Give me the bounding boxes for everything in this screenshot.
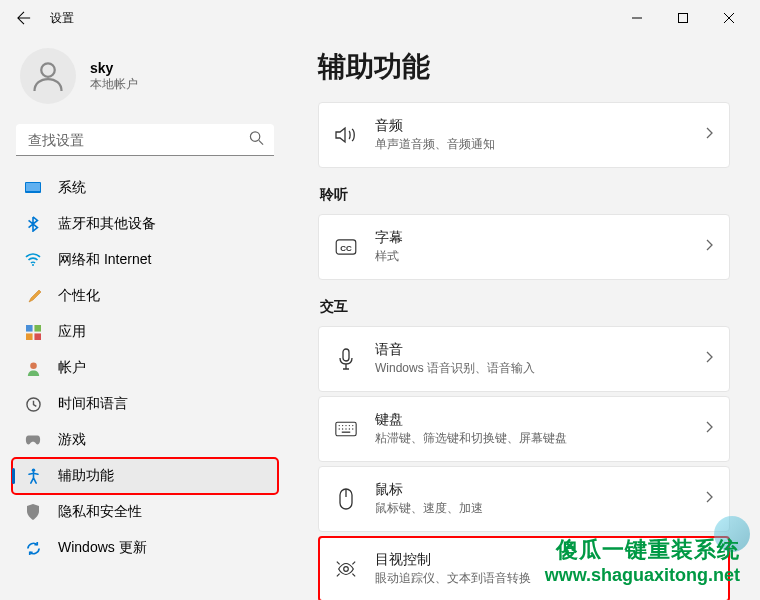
speaker-icon [335, 126, 357, 144]
apps-icon [24, 323, 42, 341]
search-icon [249, 131, 264, 150]
card-title: 目视控制 [375, 551, 713, 569]
card-sub: 鼠标键、速度、加速 [375, 500, 687, 517]
sidebar-item-personalization[interactable]: 个性化 [12, 278, 278, 314]
svg-point-21 [345, 425, 346, 426]
maximize-button[interactable] [660, 2, 706, 34]
svg-rect-8 [26, 325, 33, 332]
svg-point-27 [349, 428, 350, 429]
close-button[interactable] [706, 2, 752, 34]
svg-rect-10 [26, 333, 33, 340]
search-input[interactable] [16, 124, 274, 156]
svg-rect-1 [679, 14, 688, 23]
arrow-left-icon [17, 11, 31, 25]
svg-point-19 [339, 425, 340, 426]
mouse-icon [335, 488, 357, 510]
svg-point-23 [352, 425, 353, 426]
avatar [20, 48, 76, 104]
card-title: 语音 [375, 341, 687, 359]
microphone-icon [335, 348, 357, 370]
page-title: 辅助功能 [318, 48, 730, 86]
nav-label: 个性化 [58, 287, 100, 305]
wifi-icon [24, 251, 42, 269]
nav-label: 隐私和安全性 [58, 503, 142, 521]
card-eye-control[interactable]: 目视控制 眼动追踪仪、文本到语音转换 [318, 536, 730, 600]
card-captions[interactable]: CC 字幕 样式 [318, 214, 730, 280]
sidebar-item-privacy[interactable]: 隐私和安全性 [12, 494, 278, 530]
minimize-button[interactable] [614, 2, 660, 34]
accessibility-icon [24, 467, 42, 485]
card-sub: 粘滞键、筛选键和切换键、屏幕键盘 [375, 430, 687, 447]
update-icon [24, 539, 42, 557]
clock-icon [24, 395, 42, 413]
svg-point-3 [250, 132, 259, 141]
sidebar-item-gaming[interactable]: 游戏 [12, 422, 278, 458]
user-section[interactable]: sky 本地帐户 [12, 36, 278, 124]
svg-point-2 [41, 63, 55, 77]
card-title: 字幕 [375, 229, 687, 247]
card-sub: 眼动追踪仪、文本到语音转换 [375, 570, 713, 587]
back-button[interactable] [8, 2, 40, 34]
svg-text:CC: CC [340, 244, 352, 253]
svg-point-20 [342, 425, 343, 426]
svg-rect-17 [343, 349, 349, 361]
account-icon [24, 359, 42, 377]
gamepad-icon [24, 431, 42, 449]
chevron-right-icon [705, 420, 713, 438]
close-icon [724, 13, 734, 23]
card-title: 音频 [375, 117, 687, 135]
nav-label: 游戏 [58, 431, 86, 449]
nav-label: 帐户 [58, 359, 86, 377]
card-audio[interactable]: 音频 单声道音频、音频通知 [318, 102, 730, 168]
card-title: 键盘 [375, 411, 687, 429]
brush-icon [24, 287, 42, 305]
svg-point-26 [345, 428, 346, 429]
nav-label: 蓝牙和其他设备 [58, 215, 156, 233]
svg-rect-6 [26, 183, 40, 191]
chevron-right-icon [705, 350, 713, 368]
nav-label: Windows 更新 [58, 539, 147, 557]
section-interaction: 交互 [320, 298, 730, 316]
sidebar-item-windows-update[interactable]: Windows 更新 [12, 530, 278, 566]
sidebar-item-bluetooth[interactable]: 蓝牙和其他设备 [12, 206, 278, 242]
eye-icon [335, 558, 357, 580]
user-name: sky [90, 60, 138, 76]
svg-rect-29 [342, 432, 350, 433]
card-mouse[interactable]: 鼠标 鼠标键、速度、加速 [318, 466, 730, 532]
sidebar-item-apps[interactable]: 应用 [12, 314, 278, 350]
svg-line-4 [259, 140, 263, 144]
card-speech[interactable]: 语音 Windows 语音识别、语音输入 [318, 326, 730, 392]
maximize-icon [678, 13, 688, 23]
chevron-right-icon [705, 490, 713, 508]
nav-label: 网络和 Internet [58, 251, 151, 269]
svg-point-7 [32, 264, 34, 266]
display-icon [24, 179, 42, 197]
bluetooth-icon [24, 215, 42, 233]
sidebar-item-accessibility[interactable]: 辅助功能 [12, 458, 278, 494]
svg-point-24 [339, 428, 340, 429]
person-icon [30, 58, 66, 94]
keyboard-icon [335, 421, 357, 437]
nav-label: 应用 [58, 323, 86, 341]
chevron-right-icon [705, 238, 713, 256]
titlebar-title: 设置 [50, 10, 74, 27]
user-type: 本地帐户 [90, 76, 138, 93]
svg-point-12 [30, 362, 37, 369]
card-sub: Windows 语音识别、语音输入 [375, 360, 687, 377]
chevron-right-icon [705, 126, 713, 144]
nav-label: 系统 [58, 179, 86, 197]
sidebar-item-network[interactable]: 网络和 Internet [12, 242, 278, 278]
sidebar-item-time-language[interactable]: 时间和语言 [12, 386, 278, 422]
svg-point-22 [349, 425, 350, 426]
svg-point-28 [352, 428, 353, 429]
svg-point-14 [31, 468, 35, 472]
svg-rect-9 [34, 325, 41, 332]
card-keyboard[interactable]: 键盘 粘滞键、筛选键和切换键、屏幕键盘 [318, 396, 730, 462]
shield-icon [24, 503, 42, 521]
cc-icon: CC [335, 239, 357, 255]
sidebar-item-accounts[interactable]: 帐户 [12, 350, 278, 386]
nav-label: 时间和语言 [58, 395, 128, 413]
minimize-icon [632, 13, 642, 23]
sidebar-item-system[interactable]: 系统 [12, 170, 278, 206]
card-sub: 样式 [375, 248, 687, 265]
